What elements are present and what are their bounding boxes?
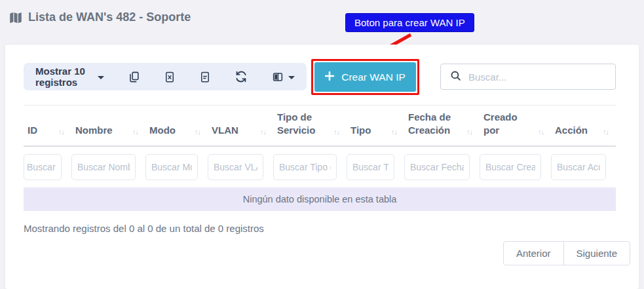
search-icon [450, 70, 461, 84]
datatable-toolbar: Mostrar 10 registros [24, 63, 307, 90]
column-label: Modo [149, 125, 176, 136]
filter-input-tipo[interactable] [347, 154, 394, 180]
wan-table-card: Mostrar 10 registros [5, 45, 639, 289]
page-title: Lista de WAN's 482 - Soporte [9, 10, 191, 24]
next-page-button[interactable]: Siguiente [563, 241, 631, 265]
column-header-tipo[interactable]: Tipo ↑↓ [347, 106, 404, 146]
column-label: Tipo [350, 125, 371, 136]
table-info: Mostrando registros del 0 al 0 de un tot… [24, 223, 264, 234]
empty-message: Ningún dato disponible en esta tabla [24, 187, 616, 211]
global-search-box [440, 64, 616, 90]
column-header-vlan[interactable]: VLAN ↑↓ [208, 106, 273, 146]
annotation-text: Boton para crear WAN IP [354, 17, 465, 28]
column-header-creado-por[interactable]: Creado por ↑↓ [480, 106, 551, 146]
filter-input-id[interactable] [24, 154, 62, 180]
sort-icon[interactable]: ↑↓ [333, 127, 339, 137]
table-empty-row: Ningún dato disponible en esta tabla [24, 187, 616, 211]
column-header-tipo-de-servicio[interactable]: Tipo de Servicio ↑↓ [273, 106, 347, 146]
table-header-row: ID ↑↓ Nombre ↑↓ Modo ↑↓ VLAN [24, 106, 616, 146]
map-icon [9, 11, 22, 24]
sort-icon[interactable]: ↑↓ [132, 127, 138, 137]
column-label: ID [28, 125, 37, 136]
sort-icon[interactable]: ↑↓ [195, 127, 200, 137]
create-wan-ip-label: Crear WAN IP [341, 71, 406, 83]
wan-table: ID ↑↓ Nombre ↑↓ Modo ↑↓ VLAN [24, 105, 616, 211]
chevron-down-icon [98, 76, 104, 79]
excel-export-icon [164, 71, 176, 83]
sort-icon[interactable]: ↑↓ [603, 127, 609, 137]
global-search-input[interactable] [468, 71, 606, 83]
sort-icon[interactable]: ↑↓ [260, 127, 266, 137]
file-export-button[interactable] [199, 71, 211, 83]
column-visibility-icon [271, 71, 284, 83]
page-title-text: Lista de WAN's 482 - Soporte [28, 10, 191, 24]
previous-page-button[interactable]: Anterior [503, 241, 564, 265]
wan-list-page: Lista de WAN's 482 - Soporte Boton para … [0, 0, 644, 289]
length-menu-dropdown[interactable]: Mostrar 10 registros [35, 66, 104, 88]
table-filter-row [24, 146, 616, 187]
pagination: Anterior Siguiente [503, 241, 630, 265]
column-visibility-button[interactable] [271, 71, 295, 83]
column-header-accion[interactable]: Acción ↑↓ [551, 106, 616, 146]
column-header-id[interactable]: ID ↑↓ [24, 106, 71, 146]
length-menu-label: Mostrar 10 registros [35, 66, 92, 88]
annotation-tooltip: Boton para crear WAN IP [345, 13, 474, 32]
sort-icon[interactable]: ↑↓ [466, 127, 472, 137]
column-label: Acción [555, 125, 588, 136]
column-label: Tipo de Servicio [277, 111, 315, 136]
column-label: VLAN [212, 125, 238, 136]
copy-button[interactable] [128, 71, 140, 83]
column-label: Creado por [483, 111, 518, 136]
refresh-icon [235, 70, 248, 83]
sort-icon[interactable]: ↑↓ [58, 127, 64, 137]
column-header-fecha-de-creacion[interactable]: Fecha de Creación ↑↓ [404, 106, 480, 146]
create-button-highlight-box: Crear WAN IP [311, 59, 419, 95]
filter-input-nombre[interactable] [71, 154, 136, 180]
file-export-icon [199, 71, 211, 83]
chevron-down-icon [288, 76, 295, 79]
plus-icon [325, 71, 334, 83]
filter-input-vlan[interactable] [208, 154, 263, 180]
column-header-modo[interactable]: Modo ↑↓ [145, 106, 208, 146]
copy-icon [128, 71, 140, 83]
filter-input-fecha-de-creacion[interactable] [404, 154, 470, 180]
excel-export-button[interactable] [164, 71, 176, 83]
filter-input-creado-por[interactable] [480, 154, 541, 180]
filter-input-tipo-de-servicio[interactable] [273, 154, 337, 180]
create-wan-ip-button[interactable]: Crear WAN IP [314, 62, 416, 92]
filter-input-modo[interactable] [145, 154, 198, 180]
filter-input-accion[interactable] [551, 154, 606, 180]
sort-icon[interactable]: ↑↓ [538, 127, 544, 137]
column-label: Nombre [75, 125, 113, 136]
column-header-nombre[interactable]: Nombre ↑↓ [71, 106, 145, 146]
sort-icon[interactable]: ↑↓ [391, 127, 397, 137]
column-label: Fecha de Creación [408, 111, 451, 136]
refresh-button[interactable] [235, 70, 248, 83]
